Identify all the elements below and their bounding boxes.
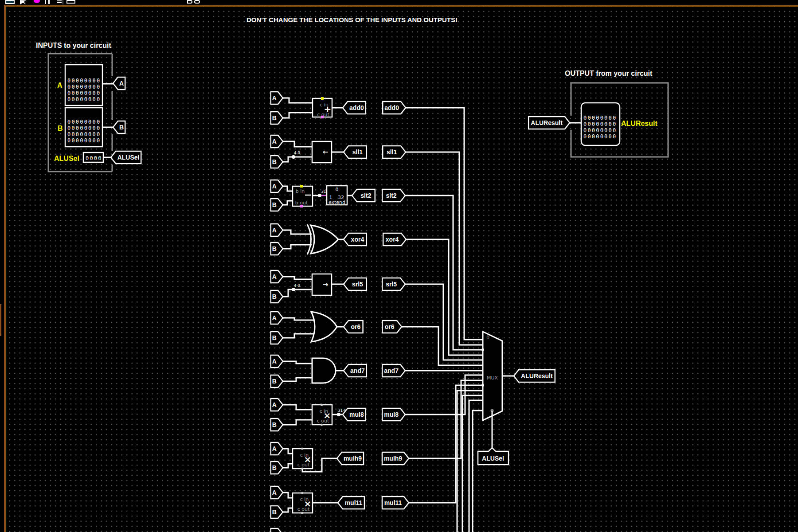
- row-srl5-b-tunnel-label: B: [272, 293, 277, 300]
- row-or6-wire-a: [283, 318, 316, 320]
- row-and7-out-tunnel-label: and7: [350, 367, 365, 374]
- row-slt2-bit31-label: 31: [321, 189, 326, 194]
- row-srl5-a-tunnel-label: A: [272, 273, 277, 280]
- row-sll1-bus-wire: [406, 152, 483, 345]
- row-mul11-wire-a: [283, 493, 293, 498]
- row-slt2-b-tunnel-label: B: [272, 201, 277, 208]
- row-mul8-out-tunnel-label: mul8: [349, 411, 364, 418]
- input-pin-icon[interactable]: [187, 0, 192, 4]
- row-sll1-wire-b: [283, 157, 312, 162]
- row-or6-out-tunnel-label: or6: [351, 323, 360, 330]
- row-srl5-shifter-component[interactable]: [312, 274, 332, 295]
- output-pin-bits-0: 00000000: [583, 115, 617, 121]
- mux-input-junction-dot-2: [481, 384, 484, 387]
- row-mulh9-bus-tunnel-label: mulh9: [384, 455, 402, 462]
- row-mul8-a-tunnel-label: A: [272, 401, 277, 408]
- toolbar: [0, 0, 798, 4]
- row-mulh9-symbol: ×: [304, 454, 312, 465]
- row-xor4-b-tunnel-label: B: [272, 245, 277, 252]
- banner-text: DON'T CHANGE THE LOCATIONS OF THE INPUTS…: [246, 16, 458, 23]
- row-srl5-bus-tunnel-label: srl5: [386, 281, 397, 288]
- row-mul11-a-tunnel-label: A: [272, 489, 277, 496]
- row-srl5-bus-wire: [405, 284, 483, 360]
- row-mul8-top-port-dot: [321, 404, 323, 406]
- row-mul8-bus-tunnel-label: mul8: [384, 411, 399, 418]
- row-sll1-a-tunnel-label: A: [272, 138, 277, 145]
- output-aluresult-yellow-label: ALUResult: [621, 120, 657, 127]
- row-mul11-b-tunnel-label: B: [272, 509, 277, 516]
- row-sll1-splitter-dot: [292, 155, 295, 159]
- mux-lower-bus-wire-3: [473, 411, 483, 532]
- row-add0-carryin-dot: [321, 97, 324, 100]
- row-slt2-bottom-dot: [300, 205, 303, 207]
- row-mul11-wire-b: [283, 508, 293, 512]
- canvas-border-fragment: [0, 304, 1, 336]
- pin-tool-icon[interactable]: [66, 0, 75, 4]
- row-add0-bus-tunnel-label: add0: [384, 104, 399, 111]
- row-slt2-top-dot: [300, 185, 303, 188]
- row-add0-wire-a: [283, 98, 313, 103]
- canvas-border-left: [4, 5, 6, 532]
- row-mulh9-b-tunnel-label: B: [272, 464, 277, 471]
- row-and7-a-tunnel-label: A: [272, 358, 277, 365]
- row-xor4-xor-gate-back: [307, 224, 311, 254]
- row-slt2-wire-b: [283, 201, 293, 205]
- circuit-canvas[interactable]: DON'T CHANGE THE LOCATIONS OF THE INPUTS…: [0, 0, 798, 532]
- row-xor4-xor-gate[interactable]: [311, 225, 338, 254]
- row-or6-a-tunnel-label: A: [272, 314, 277, 321]
- input-b-yellow-label: B: [58, 125, 63, 132]
- input-pin-a-bits-0: 00000000: [67, 78, 101, 84]
- row-and7-b-tunnel-label: B: [272, 378, 277, 385]
- output-pin-icon[interactable]: [194, 0, 200, 4]
- menu-icon-2: [57, 2, 62, 3]
- row-sll1-b-tunnel-label: B: [272, 158, 277, 165]
- select-tool-icon[interactable]: [5, 0, 15, 4]
- row-or6-wire-b: [283, 334, 316, 338]
- row-or6-or-gate[interactable]: [311, 312, 337, 342]
- row-mul8-bottom-port-dot: [321, 424, 323, 426]
- row-or6-b-tunnel-label: B: [272, 334, 277, 341]
- input-pin-b-bits-2: 00000000: [67, 131, 101, 137]
- row-sll1-bus-tunnel-label: sll1: [387, 149, 397, 156]
- input-pin-a-bits-1: 00000000: [67, 84, 101, 90]
- row-sll1-shifter-component[interactable]: [312, 141, 332, 163]
- row-xor4-a-tunnel-label: A: [272, 227, 277, 234]
- row-srl5-out-tunnel-label: srl5: [352, 281, 363, 288]
- row-srl5-shift-arrow: →: [323, 281, 329, 289]
- row-sll1-splitter-label: 4-0: [294, 151, 300, 155]
- menu-icon[interactable]: [57, 0, 62, 1]
- inputs-heading: INPUTS to your circuit: [36, 42, 111, 49]
- row-mul11-bus-tunnel-label: mul11: [384, 499, 402, 506]
- edit-tool-arrow-icon[interactable]: [19, 0, 27, 4]
- row-and7-bus-tunnel-label: and7: [384, 367, 399, 374]
- canvas-border-top: [4, 5, 798, 7]
- row-add0-b-tunnel-label: B: [272, 114, 277, 121]
- row-and7-wire-a: [283, 361, 313, 364]
- input-a-yellow-label: A: [57, 82, 63, 89]
- input-pin-a-bits-3: 00000000: [67, 96, 101, 102]
- row-slt2-junction-dot: [318, 194, 321, 197]
- text-tool-icon[interactable]: [45, 0, 46, 4]
- row-mulh9-bus-wire: [409, 380, 483, 458]
- row-mul8-wire-a: [283, 405, 312, 410]
- row-xor4-bus-tunnel-label: xor4: [386, 236, 399, 243]
- row-xor4-wire-b: [283, 245, 312, 249]
- row-mulh9-wire-b: [283, 464, 293, 468]
- row-mul11-bus-wire: [409, 385, 483, 503]
- mux-label: MUX: [487, 375, 498, 381]
- tunnel-a-input-label: A: [119, 80, 124, 87]
- input-pin-b-bits-0: 00000000: [67, 119, 101, 125]
- row-xor4-bus-wire: [406, 239, 483, 355]
- row-sll1-shift-arrow: ←: [323, 148, 329, 156]
- row-mul11-top-port-dot: [301, 492, 303, 494]
- row-srl5-wire-b: [283, 289, 312, 297]
- mux-input-junction-dot: [481, 348, 484, 351]
- row-srl5-wire-a: [283, 277, 312, 279]
- output-pin-bits-1: 00000000: [583, 121, 617, 127]
- output-pin-bits-3: 00000000: [583, 133, 617, 140]
- poke-tool-icon[interactable]: [34, 0, 40, 3]
- output-pin-bits-2: 00000000: [583, 127, 617, 133]
- row-and7-and-gate[interactable]: [312, 358, 336, 383]
- row-srl5-splitter-label: 4-0: [294, 283, 300, 288]
- tunnel-alusel-mux-label: ALUSel: [482, 455, 504, 462]
